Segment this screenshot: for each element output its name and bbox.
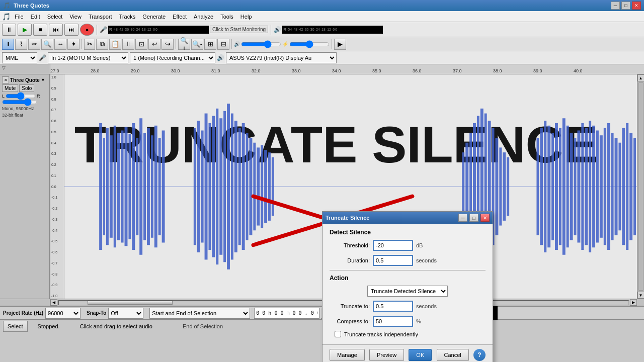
dialog-maximize-btn[interactable]: □ [469,214,478,222]
envelope-tool[interactable]: ⌇ [15,39,27,50]
truncate-to-input[interactable] [373,301,413,312]
track-dropdown-icon[interactable]: ▼ [41,77,45,82]
zoom-out-btn[interactable]: 🔍- [191,39,203,50]
time-shift-tool[interactable]: ↔ [54,39,66,50]
multi-tool[interactable]: ✦ [67,39,79,50]
status-right: Click and drag to select audio [80,323,152,329]
pause-button[interactable]: ⏸ [2,24,16,36]
svg-rect-23 [201,131,204,243]
dialog-minimize-btn[interactable]: ─ [458,214,467,222]
channel-select[interactable]: 1 (Mono) Recording Chann... [130,52,215,63]
scale-neg0.4: -0.4 [51,229,63,232]
fit-tracks-btn[interactable]: ⊞ [204,39,216,50]
silence-btn[interactable]: ⊡ [135,39,147,50]
menu-effect[interactable]: Effect [170,13,190,21]
svg-rect-22 [197,121,200,252]
volume-row [2,100,47,105]
draw-tool[interactable]: ✏ [28,39,40,50]
zoom-tool[interactable]: 🔍 [41,39,53,50]
ok-button[interactable]: OK [409,349,432,361]
track-mute-solo-row: Mute Solo [2,84,47,92]
svg-rect-39 [261,145,263,228]
preview-button[interactable]: Preview [369,349,404,361]
start-time-input[interactable] [254,308,319,319]
solo-button[interactable]: Solo [19,84,34,92]
selection-type-select[interactable]: Start and End of Selection [149,308,250,319]
input-meter-area: 🎤 R -48 -42 -36 -30 -24 -18 -12 -6 0 Cli… [100,26,268,34]
menu-tools[interactable]: Tools [217,13,236,21]
menu-help[interactable]: Help [237,13,255,21]
scroll-down-arrow[interactable]: ▼ [637,292,645,299]
manage-button[interactable]: Manage [330,349,365,361]
svg-rect-72 [589,121,591,252]
prev-button[interactable]: ⏮ [49,24,63,36]
svg-rect-15 [143,133,146,240]
zoom-sel-btn[interactable]: ⊟ [217,39,229,50]
svg-rect-58 [536,138,539,235]
snap-select[interactable]: Off Nearest Prior Next [108,308,143,319]
next-button[interactable]: ⏭ [64,24,78,36]
api-select[interactable]: MME [2,52,37,63]
sep1 [97,25,97,35]
svg-rect-26 [212,116,215,257]
svg-rect-27 [216,109,218,264]
track-collapse-btn[interactable]: ✕ [2,76,9,83]
output-device-select[interactable]: ASUS VZ279 (Intel(R) Display Au [226,52,337,63]
hscroll-thumb[interactable] [88,301,173,305]
compress-to-input[interactable] [373,316,413,327]
svg-rect-30 [227,104,230,269]
svg-rect-19 [158,138,161,235]
track-vol-slider[interactable] [2,100,37,105]
maximize-btn[interactable]: □ [621,2,630,10]
ruler-tick-3: 30.0 [171,68,180,73]
vertical-scrollbar[interactable]: ▲ ▼ [637,74,644,299]
menu-analyze[interactable]: Analyze [191,13,216,21]
cut-btn[interactable]: ✂ [84,39,95,50]
scroll-up-arrow[interactable]: ▲ [637,74,645,81]
paste-btn[interactable]: 📋 [109,39,121,50]
redo-btn[interactable]: ↪ [162,39,174,50]
play-button[interactable]: ▶ [18,24,32,36]
svg-rect-57 [507,157,509,216]
minimize-btn[interactable]: ─ [611,2,620,10]
stop-button[interactable]: ■ [33,24,47,36]
cancel-button[interactable]: Cancel [437,349,469,361]
selection-tool[interactable]: 𝐈 [2,39,14,50]
menu-edit[interactable]: Edit [28,13,43,21]
menu-view[interactable]: View [66,13,85,21]
menu-generate[interactable]: Generate [139,13,169,21]
input-device-select[interactable]: In 1-2 (MOTU M Series) [48,52,128,63]
speed-label: ⚡ [282,41,288,47]
zoom-in-btn[interactable]: 🔍+ [178,39,190,50]
trim-btn[interactable]: ⊣⊢ [122,39,134,50]
menu-tracks[interactable]: Tracks [116,13,139,21]
project-rate-select[interactable]: 96000 [45,308,80,319]
ruler-tick-1: 28.0 [91,68,100,73]
svg-rect-78 [611,133,614,240]
help-button[interactable]: ? [473,349,486,361]
undo-btn[interactable]: ↩ [148,39,160,50]
select-button[interactable]: Select [3,321,28,332]
mute-button[interactable]: Mute [2,84,18,92]
copy-btn[interactable]: ⧉ [96,39,108,50]
action-select[interactable]: Truncate Detected Silence Add Labels at … [367,286,448,297]
dialog-close-btn[interactable]: ✕ [480,214,490,222]
duration-input[interactable] [373,255,413,266]
menu-select[interactable]: Select [44,13,66,21]
play-at-speed-btn[interactable]: ▶ [334,39,346,50]
vol-label: 🔊 [234,41,240,47]
hscroll-left-arrow[interactable]: ◀ [50,299,57,306]
volume-slider[interactable] [241,40,281,48]
click-to-monitor[interactable]: Click to Start Monitoring [210,26,268,33]
close-btn[interactable]: ✕ [632,2,641,10]
ruler-tick-0: 27.0 [50,68,59,73]
threshold-input[interactable] [373,240,413,251]
hscroll-right-arrow[interactable]: ▶ [630,299,637,306]
menu-file[interactable]: File [12,13,27,21]
truncate-silence-dialog[interactable]: Truncate Silence ─ □ ✕ Detect Silence Th… [322,211,493,362]
truncate-independently-checkbox[interactable] [335,331,341,337]
speed-slider[interactable] [289,40,330,48]
scroll-thumb[interactable] [638,82,643,291]
record-button[interactable]: ● [80,24,94,36]
menu-transport[interactable]: Transport [86,13,115,21]
